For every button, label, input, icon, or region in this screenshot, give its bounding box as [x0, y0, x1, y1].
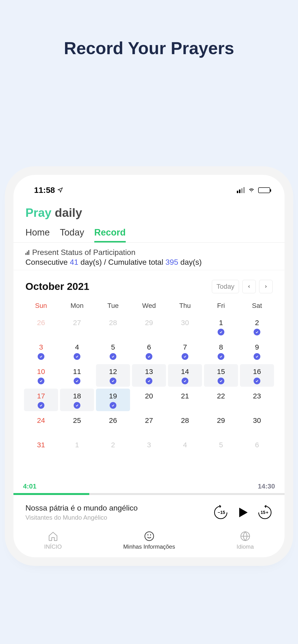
dow-header: Fri: [203, 299, 239, 314]
tab-today[interactable]: Today: [60, 227, 84, 242]
calendar-day[interactable]: 1: [204, 315, 238, 338]
nav-my-info[interactable]: Minhas Informações: [123, 531, 175, 550]
calendar-day[interactable]: 9: [240, 340, 274, 362]
rewind-15-button[interactable]: − 15: [213, 505, 228, 520]
calendar-day[interactable]: 16: [240, 364, 274, 387]
calendar-day[interactable]: 29: [132, 315, 166, 338]
check-icon: [38, 402, 44, 409]
check-icon: [182, 353, 188, 360]
nav-language-label: Idioma: [237, 544, 254, 550]
calendar-day[interactable]: 27: [132, 413, 166, 436]
nav-home[interactable]: INÍCIO: [44, 531, 62, 550]
calendar-day[interactable]: 3: [24, 340, 58, 362]
check-icon: [74, 353, 80, 360]
cumulative-label: Cumulative total: [108, 258, 163, 266]
calendar-day[interactable]: 25: [60, 413, 94, 436]
today-button[interactable]: Today: [212, 280, 239, 293]
svg-point-7: [150, 535, 151, 535]
calendar-day[interactable]: 2: [96, 438, 130, 460]
calendar-day[interactable]: 4: [60, 340, 94, 362]
dow-header: Sun: [23, 299, 59, 314]
calendar-day[interactable]: 11: [60, 364, 94, 387]
dow-header: Wed: [131, 299, 167, 314]
calendar-day[interactable]: 15: [204, 364, 238, 387]
calendar-day[interactable]: 7: [168, 340, 202, 362]
check-icon: [146, 378, 152, 384]
calendar-day[interactable]: 5: [204, 438, 238, 460]
signal-icon: [237, 187, 245, 193]
stats-title: Present Status of Participation: [32, 248, 135, 257]
calendar-day[interactable]: 5: [96, 340, 130, 362]
check-icon: [110, 353, 116, 360]
track-info: Nossa pátria é o mundo angélico Visitant…: [26, 504, 138, 521]
next-month-button[interactable]: [259, 280, 272, 293]
check-icon: [254, 353, 260, 360]
app-logo: Pray daily: [26, 206, 272, 220]
location-icon: [57, 186, 63, 195]
calendar-day[interactable]: 3: [132, 438, 166, 460]
dow-header: Sat: [239, 299, 275, 314]
play-button[interactable]: [236, 505, 250, 520]
calendar-day[interactable]: 30: [168, 315, 202, 338]
check-icon: [218, 378, 224, 384]
dow-header: Tue: [95, 299, 131, 314]
check-icon: [110, 378, 116, 384]
nav-language[interactable]: Idioma: [237, 531, 254, 550]
svg-point-6: [147, 535, 148, 535]
calendar-day[interactable]: 2: [240, 315, 274, 338]
total-time: 14:30: [258, 482, 275, 490]
calendar-day[interactable]: 10: [24, 364, 58, 387]
calendar-header: October 2021 Today: [14, 270, 284, 299]
calendar-day[interactable]: 31: [24, 438, 58, 460]
calendar-day[interactable]: 20: [132, 388, 166, 411]
check-icon: [74, 378, 80, 384]
calendar-day[interactable]: 6: [132, 340, 166, 362]
chevron-right-icon: [264, 284, 268, 289]
consecutive-label: Consecutive: [26, 258, 68, 266]
calendar-day[interactable]: 29: [204, 413, 238, 436]
rewind-icon: − 15: [213, 505, 228, 520]
audio-player: Nossa pátria é o mundo angélico Visitant…: [14, 495, 284, 526]
cumulative-unit: day(s): [181, 258, 202, 266]
app-header: Pray daily: [14, 200, 284, 222]
svg-text:−: −: [218, 510, 220, 515]
calendar-day[interactable]: 28: [168, 413, 202, 436]
calendar-day[interactable]: 23: [240, 388, 274, 411]
calendar-day[interactable]: 1: [60, 438, 94, 460]
calendar-day[interactable]: 26: [96, 413, 130, 436]
calendar-day[interactable]: 28: [96, 315, 130, 338]
nav-my-info-label: Minhas Informações: [123, 544, 175, 550]
calendar-day[interactable]: 21: [168, 388, 202, 411]
calendar-day[interactable]: 14: [168, 364, 202, 387]
check-icon: [38, 353, 44, 360]
logo-daily: daily: [55, 206, 82, 220]
svg-point-5: [145, 532, 154, 541]
calendar-day[interactable]: 6: [240, 438, 274, 460]
play-icon: [237, 506, 249, 518]
battery-icon: [258, 187, 270, 193]
consecutive-value: 41: [70, 258, 78, 266]
forward-15-button[interactable]: 15 +: [257, 505, 272, 520]
nav-home-label: INÍCIO: [44, 544, 62, 550]
calendar-day[interactable]: 4: [168, 438, 202, 460]
progress-bar[interactable]: [14, 493, 284, 495]
playback-progress: 4:01 14:30: [14, 482, 284, 495]
calendar-day[interactable]: 8: [204, 340, 238, 362]
calendar-day[interactable]: 22: [204, 388, 238, 411]
calendar-day[interactable]: 12: [96, 364, 130, 387]
calendar-day[interactable]: 26: [24, 315, 58, 338]
calendar-day[interactable]: 27: [60, 315, 94, 338]
month-label: October 2021: [26, 281, 89, 292]
check-icon: [254, 329, 260, 336]
calendar-day[interactable]: 24: [24, 413, 58, 436]
calendar-day[interactable]: 17: [24, 388, 58, 411]
tab-home[interactable]: Home: [26, 227, 50, 242]
prev-month-button[interactable]: [242, 280, 256, 293]
participation-stats: Present Status of Participation Consecut…: [14, 243, 284, 270]
calendar-day[interactable]: 30: [240, 413, 274, 436]
calendar-day[interactable]: 13: [132, 364, 166, 387]
calendar-day[interactable]: 18: [60, 388, 94, 411]
tab-record[interactable]: Record: [94, 227, 126, 242]
dow-header: Mon: [59, 299, 95, 314]
calendar-day[interactable]: 19: [96, 388, 130, 411]
